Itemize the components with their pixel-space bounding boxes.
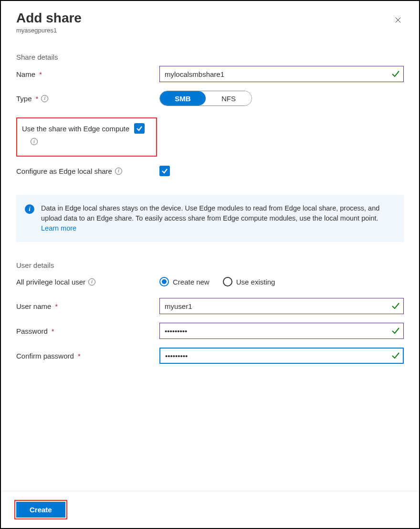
panel-subtitle: myasegpures1 [16,27,404,34]
name-label: Name* [16,69,159,79]
share-details-heading: Share details [16,53,404,61]
info-icon[interactable]: i [41,95,48,102]
edge-compute-info-wrap: i [31,137,145,145]
panel-body: Add share myasegpures1 Share details Nam… [1,1,419,491]
password-input-wrap [159,323,404,339]
edge-compute-highlight: Use the share with Edge compute i [16,117,157,157]
username-label: User name* [16,301,159,311]
type-option-nfs[interactable]: NFS [206,91,252,106]
confirm-password-input-wrap [159,348,404,364]
edge-compute-label: Use the share with Edge compute [22,125,129,133]
local-share-label: Configure as Edge local share i [16,166,159,176]
info-banner: i Data in Edge local shares stays on the… [16,195,404,242]
panel-title: Add share [16,11,404,26]
privilege-label: All privilege local user i [16,277,159,287]
edge-compute-row: Use the share with Edge compute [22,123,145,134]
password-label-text: Password [16,326,48,336]
radio-icon [223,277,232,286]
info-icon[interactable]: i [115,168,122,175]
radio-create-label: Create new [173,278,210,286]
name-input[interactable] [159,66,404,82]
radio-create-new[interactable]: Create new [159,277,210,286]
type-label: Type* i [16,94,159,104]
name-row: Name* [16,66,404,82]
type-label-text: Type [16,94,32,104]
info-icon[interactable]: i [88,278,95,286]
privilege-label-text: All privilege local user [16,277,85,287]
info-banner-text: Data in Edge local shares stays on the d… [41,203,390,233]
type-option-smb[interactable]: SMB [160,91,206,106]
local-share-input-col [159,166,404,176]
checkmark-icon [136,125,143,132]
required-asterisk: * [36,94,39,104]
type-input-col: SMB NFS [159,91,404,106]
radio-use-existing[interactable]: Use existing [223,277,275,286]
password-row: Password* [16,323,404,339]
name-label-text: Name [16,69,35,79]
required-asterisk: * [39,69,42,79]
username-input-wrap [159,298,404,314]
username-input[interactable] [159,298,404,314]
checkmark-icon [161,168,168,174]
info-banner-message: Data in Edge local shares stays on the d… [41,204,379,222]
user-details-heading: User details [16,261,404,269]
info-icon[interactable]: i [31,138,38,145]
required-asterisk: * [55,301,58,311]
info-banner-icon: i [25,204,34,214]
required-asterisk: * [52,326,54,336]
privilege-row: All privilege local user i Create new Us… [16,274,404,289]
add-share-panel: Add share myasegpures1 Share details Nam… [0,0,420,529]
radio-icon [159,277,169,286]
panel-header: Add share myasegpures1 [16,11,404,34]
name-input-wrap [159,66,404,82]
privilege-radio-group: Create new Use existing [159,277,404,286]
local-share-label-text: Configure as Edge local share [16,166,112,176]
confirm-password-input[interactable] [159,348,404,364]
password-input[interactable] [159,323,404,339]
password-label: Password* [16,326,159,336]
confirm-password-row: Confirm password* [16,348,404,364]
close-button[interactable] [392,14,404,26]
learn-more-link[interactable]: Learn more [41,224,76,232]
type-row: Type* i SMB NFS [16,91,404,106]
local-share-checkbox[interactable] [159,166,170,176]
edge-compute-checkbox[interactable] [134,123,145,134]
confirm-password-label: Confirm password* [16,351,159,361]
type-toggle: SMB NFS [159,91,252,106]
close-icon [395,16,401,24]
create-button-highlight: Create [14,500,67,519]
local-share-row: Configure as Edge local share i [16,163,404,179]
radio-existing-label: Use existing [236,278,275,286]
username-label-text: User name [16,301,51,311]
confirm-password-label-text: Confirm password [16,351,74,361]
panel-footer: Create [1,491,419,528]
username-row: User name* [16,298,404,314]
required-asterisk: * [78,351,81,361]
create-button[interactable]: Create [16,502,65,518]
